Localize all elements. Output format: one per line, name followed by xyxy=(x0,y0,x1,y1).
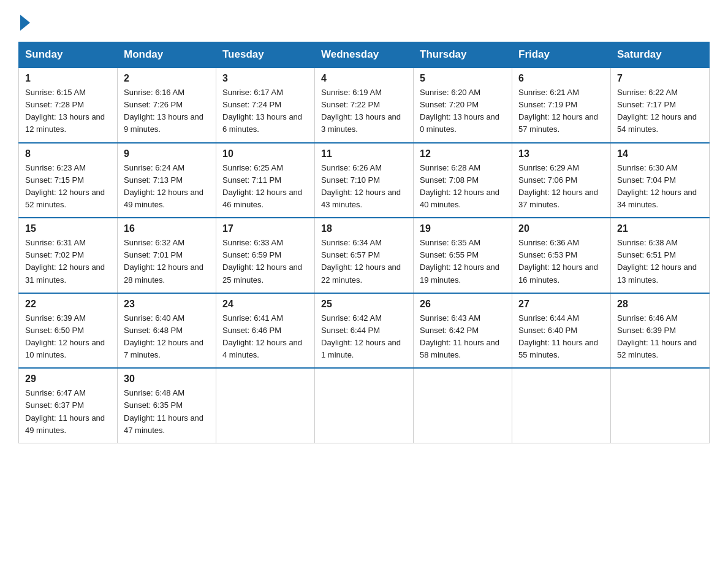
calendar-cell: 30Sunrise: 6:48 AMSunset: 6:35 PMDayligh… xyxy=(118,368,216,443)
calendar-cell: 7Sunrise: 6:22 AMSunset: 7:17 PMDaylight… xyxy=(611,67,710,143)
day-info: Sunrise: 6:24 AMSunset: 7:13 PMDaylight:… xyxy=(124,162,210,212)
day-info: Sunrise: 6:47 AMSunset: 6:37 PMDaylight:… xyxy=(25,387,111,437)
calendar-cell: 12Sunrise: 6:28 AMSunset: 7:08 PMDayligh… xyxy=(414,143,512,218)
calendar-cell: 25Sunrise: 6:42 AMSunset: 6:44 PMDayligh… xyxy=(315,293,414,369)
day-info: Sunrise: 6:17 AMSunset: 7:24 PMDaylight:… xyxy=(222,86,308,136)
day-number: 16 xyxy=(124,223,210,234)
day-number: 13 xyxy=(518,148,604,159)
calendar-cell: 29Sunrise: 6:47 AMSunset: 6:37 PMDayligh… xyxy=(19,368,118,443)
day-number: 10 xyxy=(222,148,308,159)
week-row-5: 29Sunrise: 6:47 AMSunset: 6:37 PMDayligh… xyxy=(19,368,710,443)
day-number: 24 xyxy=(222,299,308,310)
day-number: 19 xyxy=(420,223,506,234)
day-info: Sunrise: 6:30 AMSunset: 7:04 PMDaylight:… xyxy=(617,162,703,212)
day-info: Sunrise: 6:34 AMSunset: 6:57 PMDaylight:… xyxy=(321,237,407,286)
day-info: Sunrise: 6:16 AMSunset: 7:26 PMDaylight:… xyxy=(124,86,210,136)
day-number: 14 xyxy=(617,148,703,159)
day-number: 23 xyxy=(124,299,210,310)
day-number: 3 xyxy=(222,73,308,84)
calendar-cell xyxy=(216,368,315,443)
day-info: Sunrise: 6:26 AMSunset: 7:10 PMDaylight:… xyxy=(321,162,407,212)
calendar-cell: 5Sunrise: 6:20 AMSunset: 7:20 PMDaylight… xyxy=(414,67,512,143)
day-number: 8 xyxy=(25,148,111,159)
day-number: 11 xyxy=(321,148,407,159)
day-info: Sunrise: 6:22 AMSunset: 7:17 PMDaylight:… xyxy=(617,86,703,136)
day-info: Sunrise: 6:20 AMSunset: 7:20 PMDaylight:… xyxy=(420,86,506,136)
calendar-cell: 10Sunrise: 6:25 AMSunset: 7:11 PMDayligh… xyxy=(216,143,315,218)
day-number: 15 xyxy=(25,223,111,234)
day-number: 17 xyxy=(222,223,308,234)
day-number: 25 xyxy=(321,299,407,310)
day-number: 18 xyxy=(321,223,407,234)
column-header-friday: Friday xyxy=(512,42,611,68)
day-info: Sunrise: 6:32 AMSunset: 7:01 PMDaylight:… xyxy=(124,237,210,286)
day-info: Sunrise: 6:21 AMSunset: 7:19 PMDaylight:… xyxy=(518,86,604,136)
day-number: 7 xyxy=(617,73,703,84)
day-info: Sunrise: 6:46 AMSunset: 6:39 PMDaylight:… xyxy=(617,312,703,362)
calendar-cell: 21Sunrise: 6:38 AMSunset: 6:51 PMDayligh… xyxy=(611,218,710,293)
day-info: Sunrise: 6:29 AMSunset: 7:06 PMDaylight:… xyxy=(518,162,604,212)
day-number: 28 xyxy=(617,299,703,310)
calendar-cell: 1Sunrise: 6:15 AMSunset: 7:28 PMDaylight… xyxy=(19,67,118,143)
column-header-sunday: Sunday xyxy=(19,42,118,68)
calendar-header-row: SundayMondayTuesdayWednesdayThursdayFrid… xyxy=(19,42,710,68)
day-info: Sunrise: 6:28 AMSunset: 7:08 PMDaylight:… xyxy=(420,162,506,212)
calendar-cell: 3Sunrise: 6:17 AMSunset: 7:24 PMDaylight… xyxy=(216,67,315,143)
calendar-cell: 24Sunrise: 6:41 AMSunset: 6:46 PMDayligh… xyxy=(216,293,315,369)
week-row-1: 1Sunrise: 6:15 AMSunset: 7:28 PMDaylight… xyxy=(19,67,710,143)
calendar-cell: 28Sunrise: 6:46 AMSunset: 6:39 PMDayligh… xyxy=(611,293,710,369)
calendar-cell: 20Sunrise: 6:36 AMSunset: 6:53 PMDayligh… xyxy=(512,218,611,293)
day-info: Sunrise: 6:39 AMSunset: 6:50 PMDaylight:… xyxy=(25,312,111,362)
day-number: 6 xyxy=(518,73,604,84)
calendar-cell xyxy=(315,368,414,443)
column-header-tuesday: Tuesday xyxy=(216,42,315,68)
day-info: Sunrise: 6:25 AMSunset: 7:11 PMDaylight:… xyxy=(222,162,308,212)
page-header xyxy=(18,12,710,31)
day-number: 5 xyxy=(420,73,506,84)
day-info: Sunrise: 6:43 AMSunset: 6:42 PMDaylight:… xyxy=(420,312,506,362)
day-info: Sunrise: 6:41 AMSunset: 6:46 PMDaylight:… xyxy=(222,312,308,362)
calendar-cell: 23Sunrise: 6:40 AMSunset: 6:48 PMDayligh… xyxy=(118,293,216,369)
day-number: 21 xyxy=(617,223,703,234)
day-info: Sunrise: 6:42 AMSunset: 6:44 PMDaylight:… xyxy=(321,312,407,362)
calendar-cell xyxy=(512,368,611,443)
day-info: Sunrise: 6:38 AMSunset: 6:51 PMDaylight:… xyxy=(617,237,703,286)
day-info: Sunrise: 6:36 AMSunset: 6:53 PMDaylight:… xyxy=(518,237,604,286)
day-info: Sunrise: 6:19 AMSunset: 7:22 PMDaylight:… xyxy=(321,86,407,136)
week-row-2: 8Sunrise: 6:23 AMSunset: 7:15 PMDaylight… xyxy=(19,143,710,218)
calendar-table: SundayMondayTuesdayWednesdayThursdayFrid… xyxy=(18,42,710,443)
calendar-cell: 27Sunrise: 6:44 AMSunset: 6:40 PMDayligh… xyxy=(512,293,611,369)
day-number: 30 xyxy=(124,373,210,385)
day-info: Sunrise: 6:15 AMSunset: 7:28 PMDaylight:… xyxy=(25,86,111,136)
calendar-cell xyxy=(414,368,512,443)
day-number: 12 xyxy=(420,148,506,159)
day-number: 2 xyxy=(124,73,210,84)
day-number: 9 xyxy=(124,148,210,159)
logo-arrow-icon xyxy=(20,15,30,31)
day-info: Sunrise: 6:48 AMSunset: 6:35 PMDaylight:… xyxy=(124,387,210,437)
calendar-cell: 4Sunrise: 6:19 AMSunset: 7:22 PMDaylight… xyxy=(315,67,414,143)
day-number: 4 xyxy=(321,73,407,84)
day-info: Sunrise: 6:33 AMSunset: 6:59 PMDaylight:… xyxy=(222,237,308,286)
logo xyxy=(18,16,30,31)
day-info: Sunrise: 6:31 AMSunset: 7:02 PMDaylight:… xyxy=(25,237,111,286)
calendar-cell: 13Sunrise: 6:29 AMSunset: 7:06 PMDayligh… xyxy=(512,143,611,218)
day-number: 26 xyxy=(420,299,506,310)
column-header-thursday: Thursday xyxy=(414,42,512,68)
day-number: 22 xyxy=(25,299,111,310)
calendar-cell: 16Sunrise: 6:32 AMSunset: 7:01 PMDayligh… xyxy=(118,218,216,293)
calendar-cell: 22Sunrise: 6:39 AMSunset: 6:50 PMDayligh… xyxy=(19,293,118,369)
day-number: 27 xyxy=(518,299,604,310)
week-row-3: 15Sunrise: 6:31 AMSunset: 7:02 PMDayligh… xyxy=(19,218,710,293)
calendar-cell: 18Sunrise: 6:34 AMSunset: 6:57 PMDayligh… xyxy=(315,218,414,293)
calendar-cell: 17Sunrise: 6:33 AMSunset: 6:59 PMDayligh… xyxy=(216,218,315,293)
column-header-wednesday: Wednesday xyxy=(315,42,414,68)
column-header-monday: Monday xyxy=(118,42,216,68)
day-number: 20 xyxy=(518,223,604,234)
calendar-cell: 6Sunrise: 6:21 AMSunset: 7:19 PMDaylight… xyxy=(512,67,611,143)
calendar-cell: 14Sunrise: 6:30 AMSunset: 7:04 PMDayligh… xyxy=(611,143,710,218)
day-info: Sunrise: 6:35 AMSunset: 6:55 PMDaylight:… xyxy=(420,237,506,286)
week-row-4: 22Sunrise: 6:39 AMSunset: 6:50 PMDayligh… xyxy=(19,293,710,369)
day-number: 1 xyxy=(25,73,111,84)
day-number: 29 xyxy=(25,373,111,385)
